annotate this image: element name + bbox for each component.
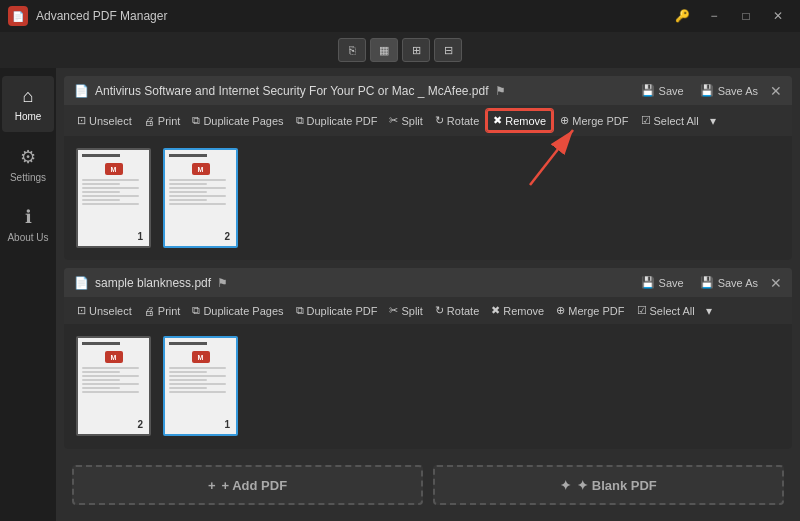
- pdf1-rotate-btn[interactable]: ↻ Rotate: [430, 111, 484, 130]
- pdf1-duppage-btn[interactable]: ⧉ Duplicate Pages: [187, 111, 288, 130]
- pdf1-duppdf-btn[interactable]: ⧉ Duplicate PDF: [291, 111, 383, 130]
- pdf2-saveas-btn[interactable]: 💾 Save As: [696, 274, 762, 291]
- sidebar-settings-label: Settings: [10, 172, 46, 183]
- main-layout: ⌂ Home ⚙ Settings ℹ About Us 📄 Antivirus…: [0, 68, 800, 521]
- pdf2-page-1[interactable]: M 1: [163, 336, 238, 442]
- pdf1-split-btn[interactable]: ✂ Split: [384, 111, 427, 130]
- pdf2-print-btn[interactable]: 🖨 Print: [139, 302, 186, 320]
- settings-icon: ⚙: [20, 146, 36, 168]
- pdf2-close-btn[interactable]: ✕: [770, 275, 782, 291]
- sidebar-item-settings[interactable]: ⚙ Settings: [2, 136, 54, 192]
- pdf1-page-2-thumb[interactable]: M 2: [163, 148, 238, 248]
- print2-icon: 🖨: [144, 305, 155, 317]
- selectall2-icon: ☑: [637, 304, 647, 317]
- pdf2-title-icon: 📄: [74, 276, 89, 290]
- pdf-section-1: 📄 Antivirus Software and Internet Securi…: [64, 76, 792, 260]
- app-title: Advanced PDF Manager: [36, 9, 167, 23]
- pdf1-unselect-btn[interactable]: ⊡ Unselect: [72, 111, 137, 130]
- rotate2-icon: ↻: [435, 304, 444, 317]
- maximize-button[interactable]: □: [732, 6, 760, 26]
- mergepdf2-icon: ⊕: [556, 304, 565, 317]
- duppdf2-icon: ⧉: [296, 304, 304, 317]
- home-icon: ⌂: [23, 86, 34, 107]
- close-button[interactable]: ✕: [764, 6, 792, 26]
- unselect-icon: ⊡: [77, 114, 86, 127]
- pin-button[interactable]: 🔑: [668, 6, 696, 26]
- pdf2-page-2-thumb[interactable]: M 2: [76, 336, 151, 436]
- pdf-section-2: 📄 sample blankness.pdf ⚑ 💾 Save 💾 Save A…: [64, 268, 792, 449]
- duppage-icon: ⧉: [192, 114, 200, 127]
- pdf1-close-btn[interactable]: ✕: [770, 83, 782, 99]
- sidebar-item-home[interactable]: ⌂ Home: [2, 76, 54, 132]
- pdf1-page-2-num: 2: [224, 231, 230, 242]
- pdf2-flag-icon: ⚑: [217, 276, 228, 290]
- toolbar-layout2-btn[interactable]: ⊟: [434, 38, 462, 62]
- saveas-icon: 💾: [700, 84, 714, 97]
- toolbar-grid-btn[interactable]: ▦: [370, 38, 398, 62]
- blank-pdf-btn[interactable]: ✦ ✦ Blank PDF: [433, 465, 784, 505]
- pdf1-remove-btn[interactable]: ✖ Remove: [486, 109, 553, 132]
- sidebar: ⌂ Home ⚙ Settings ℹ About Us: [0, 68, 56, 521]
- mergepdf-icon: ⊕: [560, 114, 569, 127]
- toolbar-copy-btn[interactable]: ⎘: [338, 38, 366, 62]
- pdf1-more-btn[interactable]: ▾: [706, 112, 720, 130]
- pdf2-remove-btn[interactable]: ✖ Remove: [486, 301, 549, 320]
- window-controls: 🔑 − □ ✕: [668, 6, 792, 26]
- toolbar-layout1-btn[interactable]: ⊞: [402, 38, 430, 62]
- pdf1-print-btn[interactable]: 🖨 Print: [139, 112, 186, 130]
- sidebar-home-label: Home: [15, 111, 42, 122]
- print-icon: 🖨: [144, 115, 155, 127]
- unselect2-icon: ⊡: [77, 304, 86, 317]
- pdf1-title-text: Antivirus Software and Internet Security…: [95, 84, 489, 98]
- pdf1-saveas-btn[interactable]: 💾 Save As: [696, 82, 762, 99]
- app-icon: 📄: [8, 6, 28, 26]
- pdf1-title: 📄 Antivirus Software and Internet Securi…: [74, 84, 506, 98]
- duppage2-icon: ⧉: [192, 304, 200, 317]
- pdf2-page-2-num: 2: [137, 419, 143, 430]
- pdf2-unselect-btn[interactable]: ⊡ Unselect: [72, 301, 137, 320]
- pdf1-selectall-btn[interactable]: ☑ Select All: [636, 111, 704, 130]
- pdf2-rotate-btn[interactable]: ↻ Rotate: [430, 301, 484, 320]
- pdf2-split-btn[interactable]: ✂ Split: [384, 301, 427, 320]
- save-icon: 💾: [641, 84, 655, 97]
- add-pdf-btn[interactable]: + + Add PDF: [72, 465, 423, 505]
- pdf1-page-1-thumb[interactable]: M 1: [76, 148, 151, 248]
- remove2-icon: ✖: [491, 304, 500, 317]
- pdf2-duppdf-btn[interactable]: ⧉ Duplicate PDF: [291, 301, 383, 320]
- pdf2-mergepdf-btn[interactable]: ⊕ Merge PDF: [551, 301, 629, 320]
- pdf1-title-icon: 📄: [74, 84, 89, 98]
- add-pdf-icon: +: [208, 478, 216, 493]
- rotate-icon: ↻: [435, 114, 444, 127]
- pdf2-page-2[interactable]: M 2: [76, 336, 151, 442]
- bottom-actions: + + Add PDF ✦ ✦ Blank PDF: [64, 457, 792, 513]
- title-bar: 📄 Advanced PDF Manager 🔑 − □ ✕: [0, 0, 800, 32]
- save2-icon: 💾: [641, 276, 655, 289]
- split-icon: ✂: [389, 114, 398, 127]
- pdf1-save-btn[interactable]: 💾 Save: [637, 82, 688, 99]
- toolbar-strip: ⎘ ▦ ⊞ ⊟: [0, 32, 800, 68]
- pdf2-duppage-btn[interactable]: ⧉ Duplicate Pages: [187, 301, 288, 320]
- pdf1-page-1[interactable]: M 1: [76, 148, 151, 254]
- sidebar-about-label: About Us: [7, 232, 48, 243]
- pdf1-mergepdf-btn[interactable]: ⊕ Merge PDF: [555, 111, 633, 130]
- saveas2-icon: 💾: [700, 276, 714, 289]
- pdf2-save-btn[interactable]: 💾 Save: [637, 274, 688, 291]
- sidebar-item-about[interactable]: ℹ About Us: [2, 196, 54, 252]
- selectall-icon: ☑: [641, 114, 651, 127]
- pdf2-header: 📄 sample blankness.pdf ⚑ 💾 Save 💾 Save A…: [64, 268, 792, 297]
- pdf2-more-btn[interactable]: ▾: [702, 302, 716, 320]
- pdf1-pages: M 1: [64, 136, 792, 260]
- pdf1-header: 📄 Antivirus Software and Internet Securi…: [64, 76, 792, 105]
- pdf1-flag-icon: ⚑: [495, 84, 506, 98]
- pdf1-page-1-num: 1: [137, 231, 143, 242]
- pdf2-actions: 💾 Save 💾 Save As ✕: [637, 274, 782, 291]
- pdf2-title-text: sample blankness.pdf: [95, 276, 211, 290]
- pdf2-toolbar: ⊡ Unselect 🖨 Print ⧉ Duplicate Pages ⧉ D…: [64, 297, 792, 324]
- minimize-button[interactable]: −: [700, 6, 728, 26]
- pdf2-title: 📄 sample blankness.pdf ⚑: [74, 276, 228, 290]
- pdf2-page-1-thumb[interactable]: M 1: [163, 336, 238, 436]
- pdf2-selectall-btn[interactable]: ☑ Select All: [632, 301, 700, 320]
- pdf2-page-1-num: 1: [224, 419, 230, 430]
- pdf1-page-2[interactable]: M 2: [163, 148, 238, 254]
- pdf1-actions: 💾 Save 💾 Save As ✕: [637, 82, 782, 99]
